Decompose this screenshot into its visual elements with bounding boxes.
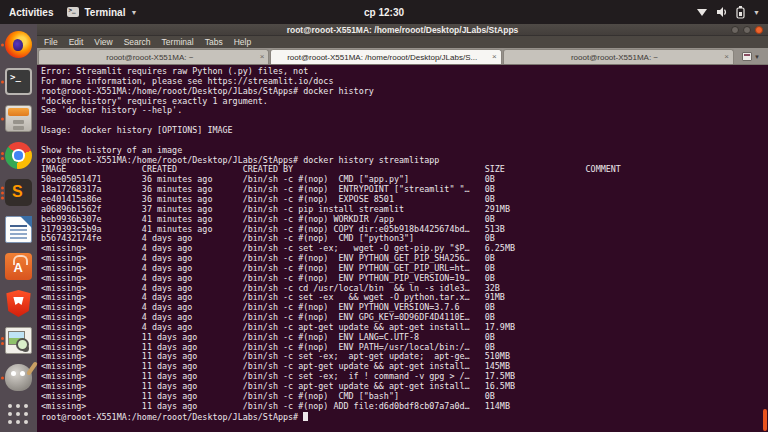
brave-icon: [5, 290, 32, 317]
window-title: root@rooot-X551MA: /home/rooot/Desktop/J…: [37, 24, 768, 36]
menu-tabs[interactable]: Tabs: [205, 37, 223, 47]
app-menu-button[interactable]: Terminal ▼: [67, 7, 137, 18]
close-icon[interactable]: ×: [721, 53, 729, 61]
dock-item-gimp[interactable]: [0, 359, 37, 396]
chevron-down-icon: ▼: [753, 9, 760, 16]
window-titlebar[interactable]: root@rooot-X551MA: /home/rooot/Desktop/J…: [37, 24, 768, 36]
new-tab-button[interactable]: ▼: [734, 49, 768, 64]
sublime-text-icon: [5, 179, 32, 206]
menu-bar: FileEditViewSearchTerminalTabsHelp: [37, 36, 768, 48]
system-status-area[interactable]: ▼: [696, 6, 768, 19]
close-button[interactable]: [755, 26, 763, 34]
dock-item-brave[interactable]: [0, 285, 37, 322]
dock-item-libreoffice-writer[interactable]: [0, 211, 37, 248]
tab-bar: rooot@rooot-X551MA: ~×root@rooot-X551MA:…: [37, 48, 768, 65]
menu-terminal[interactable]: Terminal: [162, 37, 194, 47]
terminal-viewport[interactable]: Error: Streamlit requires raw Python (.p…: [37, 65, 768, 432]
new-terminal-icon: [742, 52, 752, 61]
tab-label: rooot@rooot-X551MA: ~: [43, 53, 257, 62]
app-menu-label: Terminal: [84, 7, 125, 18]
running-indicator: [1, 152, 4, 160]
menu-file[interactable]: File: [44, 37, 58, 47]
chevron-down-icon: ▼: [754, 54, 760, 60]
tab-label: rooot@rooot-X551MA: ~: [508, 53, 722, 62]
ubuntu-software-icon: [5, 253, 32, 280]
network-icon: [696, 6, 708, 18]
menu-edit[interactable]: Edit: [69, 37, 84, 47]
terminal-tab-3[interactable]: rooot@rooot-X551MA: ~×: [503, 49, 734, 64]
maximize-button[interactable]: [743, 26, 751, 34]
terminal-tab-2[interactable]: root@rooot-X551MA: /home/rooot/Desktop/J…: [270, 49, 501, 64]
firefox-icon: [5, 31, 32, 58]
dock-item-files[interactable]: [0, 100, 37, 137]
running-indicator: [1, 80, 4, 83]
terminal-cursor: [303, 412, 308, 421]
dock-item-sublime-text[interactable]: [0, 174, 37, 211]
close-icon[interactable]: ×: [257, 53, 265, 61]
menu-search[interactable]: Search: [124, 37, 151, 47]
volume-icon: [716, 6, 728, 18]
terminal-window: root@rooot-X551MA: /home/rooot/Desktop/J…: [37, 24, 768, 432]
tab-label: root@rooot-X551MA: /home/rooot/Desktop/J…: [275, 53, 489, 62]
dock: [0, 24, 37, 432]
libreoffice-writer-icon: [5, 216, 32, 243]
terminal-tab-1[interactable]: rooot@rooot-X551MA: ~×: [38, 49, 269, 64]
apps-grid-icon: [7, 403, 31, 427]
running-indicator: [1, 337, 4, 345]
screenshot-tool-icon: [5, 327, 32, 354]
running-indicator: [1, 376, 4, 379]
running-indicator: [1, 186, 4, 199]
gimp-icon: [5, 364, 32, 391]
close-icon[interactable]: ×: [489, 53, 497, 61]
menu-help[interactable]: Help: [234, 37, 251, 47]
top-bar: Activities Terminal ▼ cp 12:30 ▼: [0, 0, 768, 24]
terminal-app-icon: [67, 7, 79, 17]
activities-button[interactable]: Activities: [9, 7, 53, 18]
desktop-screen: Activities Terminal ▼ cp 12:30 ▼: [0, 0, 768, 432]
file-manager-icon: [5, 105, 32, 132]
terminal-output: Error: Streamlit requires raw Python (.p…: [37, 65, 768, 422]
scrollbar-thumb[interactable]: [763, 409, 767, 431]
terminal-icon: [5, 68, 32, 95]
running-indicator: [1, 117, 4, 120]
minimize-button[interactable]: [731, 26, 739, 34]
dock-item-firefox[interactable]: [0, 26, 37, 63]
dock-item-terminal[interactable]: [0, 63, 37, 100]
dock-item-ubuntu-software[interactable]: [0, 248, 37, 285]
battery-icon: [736, 6, 745, 19]
chrome-icon: [5, 142, 32, 169]
chevron-down-icon: ▼: [130, 9, 137, 16]
dock-item-chrome[interactable]: [0, 137, 37, 174]
show-applications-button[interactable]: [0, 396, 37, 432]
menu-view[interactable]: View: [94, 37, 112, 47]
dock-item-screenshot-tool[interactable]: [0, 322, 37, 359]
running-indicator: [1, 43, 4, 46]
